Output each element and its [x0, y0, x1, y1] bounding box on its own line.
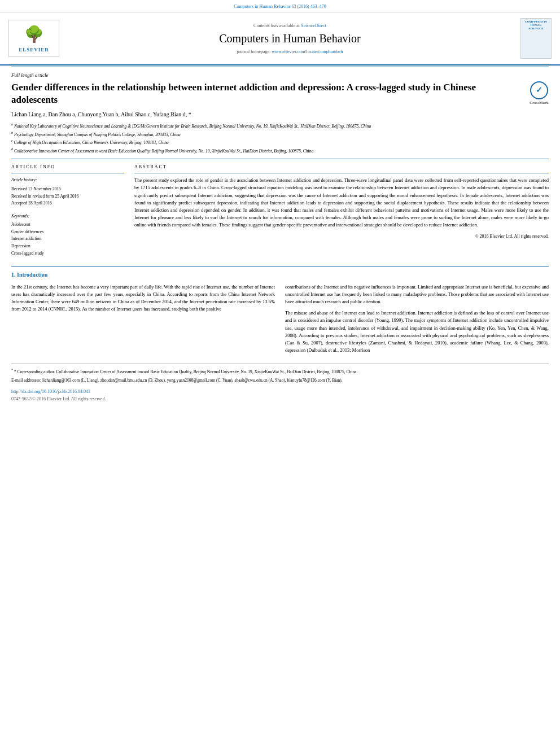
corresponding-author-note: * * Corresponding author. Collaborative …: [11, 367, 549, 375]
keyword-2: Gender differences: [11, 229, 124, 236]
affiliation-d: d Collaborative Innovation Center of Ass…: [11, 147, 549, 154]
received-revised-date: Received in revised form 25 April 2016: [11, 193, 124, 200]
elsevier-tree-icon: 🌳: [12, 23, 56, 45]
intro-left-p1: In the 21st century, the Internet has be…: [11, 283, 275, 313]
contents-available-line: Contents lists available at ScienceDirec…: [68, 23, 512, 29]
history-label: Article history:: [11, 177, 124, 184]
sciencedirect-link[interactable]: ScienceDirect: [301, 23, 326, 28]
affiliation-a: a National Key Laboratory of Cognitive N…: [11, 122, 549, 129]
homepage-line: journal homepage: www.elsevier.com/locat…: [68, 49, 512, 55]
crossmark-icon: ✓: [530, 81, 548, 99]
journal-citation-bar: Computers in Human Behavior 63 (2016) 46…: [0, 0, 560, 12]
keyword-3: Internet addiction: [11, 235, 124, 243]
license-line: 0747-5632/© 2016 Elsevier Ltd. All right…: [11, 396, 549, 402]
intro-right-p1: contributions of the Internet and its ne…: [285, 283, 549, 306]
email-addresses-note: E-mail addresses: lichanliang@163.com (L…: [11, 377, 549, 384]
abstract-col: ABSTRACT The present study explored the …: [134, 164, 549, 257]
elsevier-brand-text: ELSEVIER: [12, 46, 56, 54]
divider-after-abstract-label: [134, 173, 549, 173]
crossmark-badge: ✓ CrossMark: [530, 81, 549, 106]
affiliation-c: c College of High Occupation Education, …: [11, 138, 549, 146]
abstract-label: ABSTRACT: [134, 164, 549, 170]
article-body: Full length article Gender differences i…: [0, 67, 560, 402]
cover-title-text: COMPUTERS IN HUMAN BEHAVIOR: [523, 20, 549, 30]
journal-cover-image: COMPUTERS IN HUMAN BEHAVIOR: [520, 18, 552, 59]
copyright-line: © 2016 Elsevier Ltd. All rights reserved…: [134, 233, 549, 239]
info-abstract-section: ARTICLE INFO Article history: Received 1…: [11, 159, 549, 257]
journal-header: 🌳 ELSEVIER Contents lists available at S…: [0, 12, 560, 65]
journal-name-heading: Computers in Human Behavior: [68, 30, 512, 46]
doi-link[interactable]: http://dx.doi.org/10.1016/j.chb.2016.04.…: [11, 389, 90, 394]
article-type-label: Full length article: [11, 67, 549, 81]
journal-citation: Computers in Human Behavior 63 (2016) 46…: [234, 4, 326, 9]
doi-line: http://dx.doi.org/10.1016/j.chb.2016.04.…: [11, 388, 549, 395]
contents-text: Contents lists available at: [253, 23, 300, 28]
article-info-label: ARTICLE INFO: [11, 164, 124, 170]
divider-after-info-label: [11, 173, 124, 173]
accepted-date: Accepted 28 April 2016: [11, 200, 124, 207]
page: Computers in Human Behavior 63 (2016) 46…: [0, 0, 560, 747]
introduction-section: 1. Introduction In the 21st century, the…: [11, 266, 549, 359]
article-info-col: ARTICLE INFO Article history: Received 1…: [11, 164, 124, 257]
keyword-1: Adolescent: [11, 221, 124, 229]
received-date: Received 13 November 2015: [11, 186, 124, 193]
keywords-section: Keywords: Adolescent Gender differences …: [11, 213, 124, 257]
crossmark-label: CrossMark: [530, 101, 549, 106]
intro-body-cols: In the 21st century, the Internet has be…: [11, 283, 549, 359]
article-history: Article history: Received 13 November 20…: [11, 177, 124, 207]
affiliation-b: b Psychology Department, Shanghai Campus…: [11, 130, 549, 138]
intro-heading: 1. Introduction: [11, 271, 549, 279]
keywords-label: Keywords:: [11, 213, 124, 220]
elsevier-logo: 🌳 ELSEVIER: [8, 20, 59, 57]
affiliations: a National Key Laboratory of Cognitive N…: [11, 122, 549, 154]
journal-center-info: Contents lists available at ScienceDirec…: [68, 23, 512, 55]
authors-line: Lichan Liang a, Dan Zhou a, Chunyong Yua…: [11, 111, 549, 119]
article-title: Gender differences in the relationship b…: [11, 81, 549, 106]
keyword-4: Depression: [11, 243, 124, 250]
footnotes-section: * * Corresponding author. Collaborative …: [11, 364, 549, 384]
intro-right-p2: The misuse and abuse of the Internet can…: [285, 309, 549, 354]
abstract-text: The present study explored the role of g…: [134, 177, 549, 229]
intro-right-col: contributions of the Internet and its ne…: [285, 283, 549, 359]
homepage-label: journal homepage:: [237, 49, 271, 54]
intro-left-col: In the 21st century, the Internet has be…: [11, 283, 275, 359]
homepage-url-link[interactable]: www.elsevier.com/locate/comphumbeh: [272, 49, 343, 54]
keyword-5: Cross-lagged study: [11, 250, 124, 257]
